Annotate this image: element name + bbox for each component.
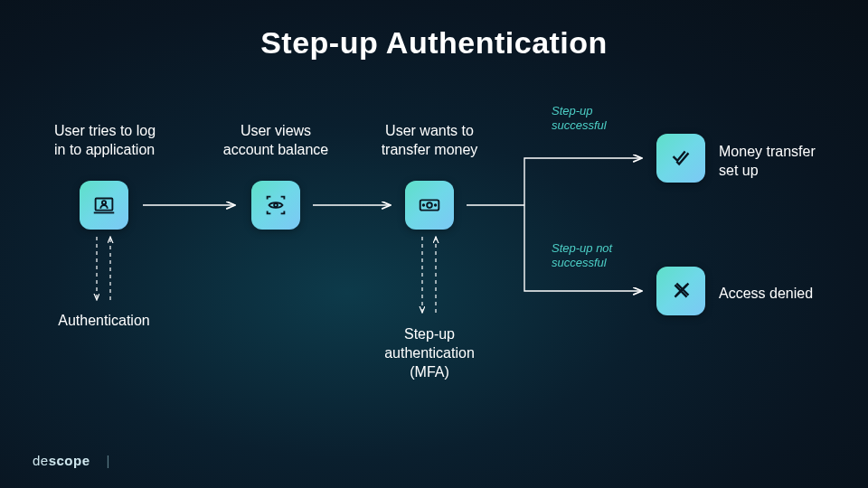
brand-logo: descope |: [33, 453, 110, 468]
svg-point-1: [102, 201, 106, 204]
node-transfer-below: Step-upauthentication(MFA): [371, 325, 488, 381]
outcome-fail: Access denied: [719, 285, 813, 304]
svg-point-6: [435, 204, 437, 206]
check-icon: [656, 134, 705, 183]
svg-point-2: [274, 203, 278, 207]
connectors: [0, 0, 868, 488]
outcome-success: Money transferset up: [719, 143, 816, 181]
cross-icon: [656, 267, 705, 315]
branch-success-label: Step-upsuccessful: [552, 104, 607, 134]
diagram-title: Step-up Authentication: [0, 25, 868, 61]
branch-fail-label: Step-up notsuccessful: [552, 241, 612, 271]
logo-separator: |: [107, 453, 110, 468]
eye-scan-icon: [251, 181, 300, 230]
node-transfer-label: User wants totransfer money: [362, 122, 497, 160]
laptop-user-icon: [80, 181, 128, 230]
svg-point-5: [423, 204, 425, 206]
logo-bold: scope: [49, 453, 90, 468]
node-login-label: User tries to login to application: [54, 122, 190, 160]
svg-point-4: [427, 202, 432, 208]
money-icon: [405, 181, 454, 230]
logo-thin: de: [33, 453, 49, 468]
node-balance-label: User viewsaccount balance: [208, 122, 344, 160]
node-login-below: Authentication: [45, 312, 163, 331]
